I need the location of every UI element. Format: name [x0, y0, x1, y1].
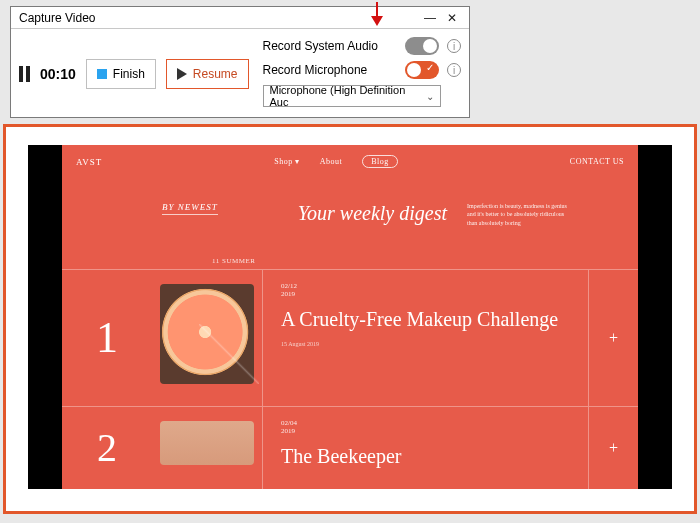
article-image[interactable]: [152, 269, 262, 406]
article-title: The Beekeeper: [281, 445, 576, 468]
system-audio-label: Record System Audio: [263, 39, 397, 53]
info-icon[interactable]: i: [447, 63, 461, 77]
article-number: 1: [62, 269, 152, 406]
close-button[interactable]: ✕: [441, 8, 463, 28]
article-expand[interactable]: +: [588, 269, 638, 406]
article-body[interactable]: 02/04 2019 The Beekeeper: [262, 406, 588, 490]
recording-viewport: AVST Shop ▾ About Blog CONTACT US BY NEW…: [28, 145, 672, 489]
stop-icon: [97, 69, 107, 79]
play-icon: [177, 68, 187, 80]
finish-button[interactable]: Finish: [86, 59, 156, 89]
nav-about[interactable]: About: [320, 157, 343, 166]
capture-timer: 00:10: [40, 66, 76, 82]
hero-blurb: Imperfection is beauty, madness is geniu…: [467, 202, 567, 227]
site-logo[interactable]: AVST: [76, 157, 102, 167]
recording-frame: AVST Shop ▾ About Blog CONTACT US BY NEW…: [3, 124, 697, 514]
microphone-label: Record Microphone: [263, 63, 397, 77]
microphone-device-value: Microphone (High Definition Auc: [270, 84, 426, 108]
recorded-website: AVST Shop ▾ About Blog CONTACT US BY NEW…: [62, 145, 638, 489]
capture-titlebar: Capture Video — ✕: [11, 7, 469, 29]
option-system-audio: Record System Audio i: [263, 37, 461, 55]
article-image[interactable]: [152, 406, 262, 490]
resume-label: Resume: [193, 67, 238, 81]
system-audio-toggle[interactable]: [405, 37, 439, 55]
finish-label: Finish: [113, 67, 145, 81]
article-expand[interactable]: +: [588, 406, 638, 490]
microphone-device-select[interactable]: Microphone (High Definition Auc ⌄: [263, 85, 441, 107]
article-body[interactable]: 02/12 2019 A Cruelty-Free Makeup Challen…: [262, 269, 588, 406]
annotation-arrow-icon: [370, 0, 384, 28]
capture-title: Capture Video: [19, 11, 419, 25]
nav-contact[interactable]: CONTACT US: [570, 157, 624, 166]
summer-tag: 11 SUMMER: [212, 257, 255, 265]
article-date: 02/04: [281, 419, 576, 427]
nav-shop[interactable]: Shop ▾: [274, 157, 299, 166]
article-date: 02/12: [281, 282, 576, 290]
grapefruit-image: [160, 284, 254, 384]
site-nav: AVST Shop ▾ About Blog CONTACT US: [62, 145, 638, 168]
minimize-button[interactable]: —: [419, 8, 441, 28]
site-hero: BY NEWEST Your weekly digest Imperfectio…: [62, 168, 638, 237]
capture-video-panel: Capture Video — ✕ 00:10 Finish Resume Re…: [10, 6, 470, 118]
by-newest-label[interactable]: BY NEWEST: [162, 202, 218, 215]
article-year: 2019: [281, 427, 576, 435]
info-icon[interactable]: i: [447, 39, 461, 53]
option-microphone: Record Microphone i: [263, 61, 461, 79]
nav-blog[interactable]: Blog: [362, 155, 398, 168]
article-number: 2: [62, 406, 152, 490]
article-subdate: 15 August 2019: [281, 341, 576, 347]
face-image: [160, 421, 254, 465]
resume-button[interactable]: Resume: [166, 59, 249, 89]
chevron-down-icon: ⌄: [426, 91, 434, 102]
article-year: 2019: [281, 290, 576, 298]
pause-icon: [19, 66, 30, 82]
weekly-digest-title: Your weekly digest: [298, 202, 447, 225]
article-title: A Cruelty-Free Makeup Challenge: [281, 308, 576, 331]
microphone-toggle[interactable]: [405, 61, 439, 79]
